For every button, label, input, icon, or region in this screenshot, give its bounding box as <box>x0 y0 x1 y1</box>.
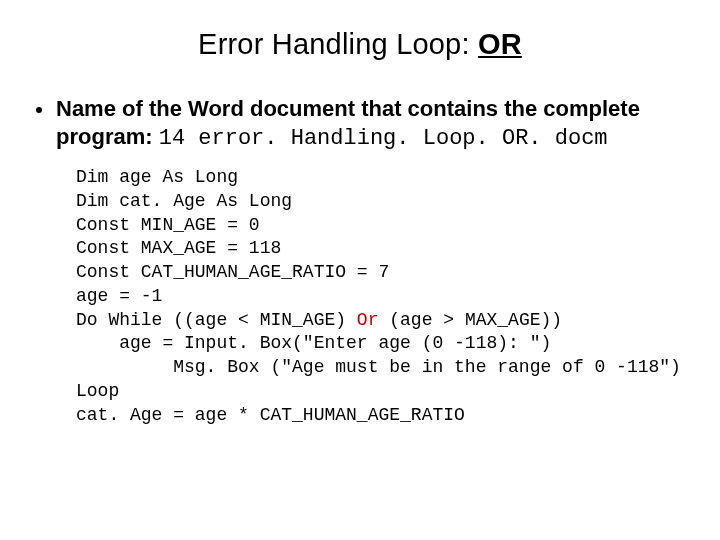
code-block: Dim age As Long Dim cat. Age As Long Con… <box>76 166 684 427</box>
code-line: Loop <box>76 381 119 401</box>
code-line-part: (age > MAX_AGE)) <box>378 310 562 330</box>
code-line: Dim cat. Age As Long <box>76 191 292 211</box>
bullet-text: Name of the Word document that contains … <box>56 95 684 152</box>
code-line: Const MIN_AGE = 0 <box>76 215 260 235</box>
bullet-item: Name of the Word document that contains … <box>36 95 684 152</box>
code-line: cat. Age = age * CAT_HUMAN_AGE_RATIO <box>76 405 465 425</box>
code-line: age = -1 <box>76 286 162 306</box>
code-line: Const CAT_HUMAN_AGE_RATIO = 7 <box>76 262 389 282</box>
code-line: age = Input. Box("Enter age (0 -118): ") <box>76 333 551 353</box>
code-line: Const MAX_AGE = 118 <box>76 238 281 258</box>
code-line-part: Do While ((age < MIN_AGE) <box>76 310 357 330</box>
document-name: 14 error. Handling. Loop. OR. docm <box>159 126 608 151</box>
code-highlight: Or <box>357 310 379 330</box>
title-or: OR <box>478 28 522 60</box>
bullet-dot-icon <box>36 107 42 113</box>
slide-title: Error Handling Loop: OR <box>36 28 684 61</box>
code-line: Dim age As Long <box>76 167 238 187</box>
slide: Error Handling Loop: OR Name of the Word… <box>0 0 720 540</box>
code-line: Msg. Box ("Age must be in the range of 0… <box>76 357 681 377</box>
title-text: Error Handling Loop: <box>198 28 478 60</box>
